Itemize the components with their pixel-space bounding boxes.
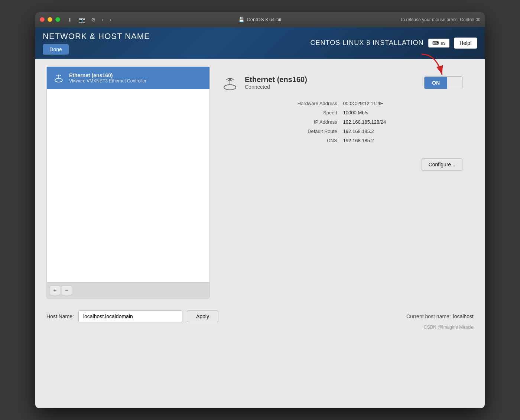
help-button[interactable]: Help! (454, 38, 477, 49)
network-item-desc: VMware VMXNET3 Ethernet Controller (69, 78, 146, 84)
header-left: NETWORK & HOST NAME Done (43, 32, 150, 55)
network-list-footer: + − (47, 282, 209, 298)
network-item-info: Ethernet (ens160) VMware VMXNET3 Etherne… (69, 72, 146, 84)
snapshot-icon: 📷 (79, 17, 85, 23)
main-content: Ethernet (ens160) VMware VMXNET3 Etherne… (35, 59, 485, 408)
ip-address-value: 192.168.185.128/24 (343, 119, 462, 125)
ethernet-list-icon (53, 72, 65, 84)
network-list-body (47, 89, 209, 282)
network-item-name: Ethernet (ens160) (69, 72, 146, 78)
pause-icon: ⏸ (68, 17, 73, 23)
network-list-item[interactable]: Ethernet (ens160) VMware VMXNET3 Etherne… (47, 67, 209, 89)
hardware-address-label: Hardware Address (221, 101, 337, 106)
current-hostname-area: Current host name: localhost (406, 313, 474, 319)
svg-point-0 (55, 78, 62, 82)
ethernet-detail-icon (221, 74, 239, 92)
centos-title: CENTOS LINUX 8 INSTALLATION (311, 39, 424, 47)
network-detail-panel: Ethernet (ens160) Connected (210, 66, 474, 299)
detail-name: Ethernet (ens160) (245, 75, 307, 84)
remove-network-button[interactable]: − (62, 286, 72, 295)
ip-address-label: IP Address (221, 119, 337, 125)
forward-icon: › (110, 17, 111, 23)
window-title: CentOS 8 64-bit (247, 17, 281, 22)
release-hint: To release your mouse press: Control-⌘ (400, 17, 480, 22)
dns-label: DNS (221, 138, 337, 143)
title-bar: ⏸ 📷 ⚙ ‹ › 💾 CentOS 8 64-bit To release y… (35, 12, 485, 27)
network-list-panel: Ethernet (ens160) VMware VMXNET3 Etherne… (46, 66, 210, 299)
bottom-bar: Host Name: Apply Current host name: loca… (46, 306, 474, 322)
keyboard-button[interactable]: ⌨ us (428, 39, 450, 48)
hostname-area: Host Name: Apply (46, 310, 218, 322)
default-route-label: Default Route (221, 128, 337, 134)
watermark: CSDN @Imagine Miracle (46, 322, 474, 332)
header-right: CENTOS LINUX 8 INSTALLATION ⌨ us Help! (311, 38, 477, 49)
detail-info-section: Hardware Address 00:0C:29:12:11:4E Speed… (221, 101, 462, 171)
current-hostname-label: Current host name: (406, 313, 451, 319)
minimize-button[interactable] (48, 17, 52, 22)
detail-info-grid: Hardware Address 00:0C:29:12:11:4E Speed… (221, 101, 462, 143)
keyboard-layout: us (441, 40, 446, 46)
detail-title-area: Ethernet (ens160) Connected (221, 74, 307, 92)
page-title: NETWORK & HOST NAME (43, 32, 150, 41)
content-area: Ethernet (ens160) VMware VMXNET3 Etherne… (46, 66, 474, 299)
detail-name-status: Ethernet (ens160) Connected (245, 75, 307, 90)
toggle-area: ON (424, 76, 462, 89)
disk-icon: 💾 (238, 17, 244, 22)
default-route-value: 192.168.185.2 (343, 128, 462, 134)
dns-value: 192.168.185.2 (343, 138, 462, 143)
window-title-area: 💾 CentOS 8 64-bit (238, 17, 281, 22)
done-button[interactable]: Done (43, 44, 69, 55)
detail-header: Ethernet (ens160) Connected (221, 74, 462, 92)
settings-icon: ⚙ (91, 17, 96, 23)
hostname-label: Host Name: (46, 313, 74, 319)
maximize-button[interactable] (55, 17, 60, 22)
keyboard-icon: ⌨ (432, 40, 439, 46)
configure-button[interactable]: Configure... (422, 158, 462, 171)
red-arrow-annotation (414, 51, 451, 80)
detail-status: Connected (245, 84, 307, 90)
close-button[interactable] (40, 17, 45, 22)
current-hostname-value: localhost (453, 313, 474, 319)
add-network-button[interactable]: + (50, 286, 60, 295)
window-controls: ⏸ 📷 ⚙ ‹ › (68, 17, 111, 23)
svg-point-2 (58, 75, 59, 76)
configure-area: Configure... (221, 158, 462, 171)
hostname-input[interactable] (78, 310, 182, 322)
traffic-lights (40, 17, 60, 22)
apply-button[interactable]: Apply (187, 310, 218, 322)
back-icon: ‹ (102, 17, 104, 23)
speed-label: Speed (221, 110, 337, 115)
speed-value: 10000 Mb/s (343, 110, 462, 115)
svg-point-5 (229, 78, 231, 80)
svg-point-3 (224, 85, 236, 90)
hardware-address-value: 00:0C:29:12:11:4E (343, 101, 462, 106)
